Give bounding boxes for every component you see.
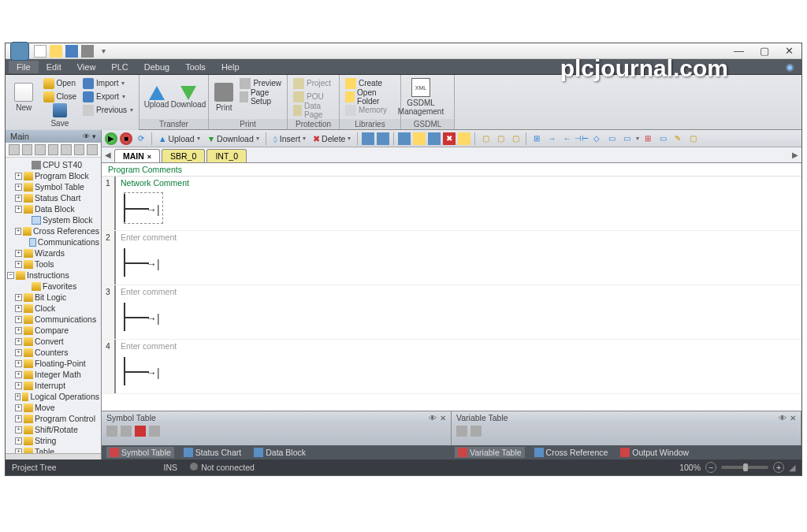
tool-icon-3[interactable] bbox=[398, 132, 411, 145]
vt-tool-2[interactable] bbox=[470, 426, 482, 437]
tree-item[interactable]: +Convert bbox=[6, 336, 101, 347]
tree-item[interactable]: +Clock bbox=[6, 303, 101, 314]
st-tool-3[interactable] bbox=[135, 426, 146, 437]
tree-item[interactable]: +Interrupt bbox=[6, 380, 101, 391]
tool-icon-21[interactable]: ▢ bbox=[686, 132, 699, 145]
tree-item[interactable]: +Program Control bbox=[6, 413, 101, 424]
upload-button[interactable]: Upload bbox=[143, 76, 170, 117]
tree-item[interactable]: +Integer Math bbox=[6, 369, 101, 380]
sidebar-tool-1[interactable] bbox=[9, 144, 20, 155]
tree-scrollbar[interactable] bbox=[6, 453, 101, 459]
tree-item[interactable]: +Floating-Point bbox=[6, 358, 101, 369]
st-tool-1[interactable] bbox=[106, 426, 117, 437]
tool-icon-4[interactable] bbox=[413, 132, 426, 145]
previous-button[interactable]: Previous▾ bbox=[80, 103, 136, 117]
tab-output-window[interactable]: Output Window bbox=[617, 447, 692, 458]
tree-item[interactable]: +Tools bbox=[6, 259, 101, 270]
tool-icon-5[interactable] bbox=[428, 132, 441, 145]
tree-item[interactable]: +Data Block bbox=[6, 203, 101, 214]
tool-icon-20[interactable]: ✎ bbox=[671, 132, 684, 145]
menu-view[interactable]: View bbox=[69, 61, 104, 73]
qat-open-icon[interactable] bbox=[50, 45, 62, 58]
sidebar-tool-6[interactable] bbox=[74, 144, 85, 155]
editor-tab[interactable]: MAIN× bbox=[114, 149, 160, 162]
tree-item[interactable]: +Table bbox=[6, 446, 101, 453]
tool-icon-17[interactable]: ▭ bbox=[620, 132, 633, 145]
panel-close-icon[interactable]: ✕ bbox=[790, 414, 796, 422]
import-button[interactable]: Import▾ bbox=[80, 76, 136, 90]
tree-item[interactable]: +String bbox=[6, 435, 101, 446]
tree-item[interactable]: −Instructions bbox=[6, 270, 101, 281]
program-comments[interactable]: Program Comments bbox=[102, 163, 801, 177]
tree-item[interactable]: +Compare bbox=[6, 325, 101, 336]
menu-debug[interactable]: Debug bbox=[136, 61, 177, 73]
qat-print-icon[interactable] bbox=[81, 45, 94, 58]
minimize-button[interactable]: — bbox=[731, 45, 747, 57]
sidebar-tool-2[interactable] bbox=[22, 144, 33, 155]
pin-icon[interactable]: 👁 bbox=[429, 414, 437, 422]
export-button[interactable]: Export▾ bbox=[80, 90, 136, 103]
new-button[interactable]: New bbox=[9, 76, 39, 117]
protection-project-button[interactable]: Project bbox=[291, 76, 336, 90]
protection-datapage-button[interactable]: Data Page bbox=[291, 103, 336, 117]
tool-download[interactable]: ▼Download▾ bbox=[205, 134, 262, 143]
stop-button[interactable]: ■ bbox=[120, 132, 132, 145]
lib-openfolder-button[interactable]: Open Folder bbox=[343, 90, 397, 103]
tool-icon-1[interactable] bbox=[362, 132, 374, 145]
tool-icon-2[interactable] bbox=[377, 132, 389, 145]
tool-icon-19[interactable]: ▭ bbox=[656, 132, 669, 145]
qat-save-icon[interactable] bbox=[65, 45, 78, 58]
lib-memory-button[interactable]: Memory bbox=[343, 103, 397, 117]
tree-item[interactable]: +Communications bbox=[6, 314, 101, 325]
tree-item[interactable]: +Symbol Table bbox=[6, 181, 101, 192]
tab-variable-table[interactable]: Variable Table bbox=[455, 447, 525, 458]
sidebar-tool-4[interactable] bbox=[48, 144, 59, 155]
pagesetup-button[interactable]: Page Setup bbox=[237, 90, 284, 103]
menu-edit[interactable]: Edit bbox=[39, 61, 69, 73]
vt-tool-1[interactable] bbox=[456, 426, 467, 437]
tool-insert[interactable]: ⎀Insert▾ bbox=[270, 134, 308, 143]
qat-dropdown-icon[interactable]: ▾ bbox=[97, 45, 110, 58]
save-button[interactable]: Save bbox=[41, 103, 80, 128]
tool-upload[interactable]: ▲Upload▾ bbox=[156, 134, 203, 143]
sidebar-tool-7[interactable] bbox=[87, 144, 98, 155]
tool-icon-15[interactable]: ◇ bbox=[590, 132, 603, 145]
help-icon[interactable]: ◉ bbox=[786, 61, 798, 73]
tree-item[interactable]: +Bit Logic bbox=[6, 292, 101, 303]
qat-new-icon[interactable] bbox=[34, 45, 46, 58]
tab-symbol-table[interactable]: Symbol Table bbox=[106, 447, 174, 458]
zoom-slider[interactable] bbox=[721, 466, 768, 469]
tree-item[interactable]: Communications bbox=[6, 236, 101, 247]
menu-tools[interactable]: Tools bbox=[177, 61, 214, 73]
download-button[interactable]: Download bbox=[172, 76, 205, 117]
sidebar-tool-3[interactable] bbox=[35, 144, 46, 155]
network[interactable]: 1Network Comment→| bbox=[102, 177, 801, 231]
zoom-in-button[interactable]: + bbox=[773, 462, 784, 473]
project-tree[interactable]: CPU ST40+Program Block+Symbol Table+Stat… bbox=[6, 158, 101, 453]
tool-icon-16[interactable]: ▭ bbox=[605, 132, 618, 145]
tool-icon-14[interactable]: ⊣⊢ bbox=[575, 132, 588, 145]
panel-close-icon[interactable]: ✕ bbox=[440, 414, 446, 422]
tool-delete[interactable]: ✖Delete▾ bbox=[311, 134, 353, 143]
tool-icon-7[interactable] bbox=[458, 132, 470, 145]
tool-icon-6[interactable]: ✖ bbox=[443, 132, 456, 145]
tree-item[interactable]: +Program Block bbox=[6, 170, 101, 181]
editor-tab[interactable]: SBR_0 bbox=[162, 149, 205, 162]
print-button[interactable]: Print bbox=[212, 76, 236, 117]
tool-icon-13[interactable]: ← bbox=[560, 132, 573, 145]
open-button[interactable]: Open bbox=[41, 76, 80, 90]
tree-item[interactable]: +Shift/Rotate bbox=[6, 424, 101, 435]
tree-item[interactable]: +Logical Operations bbox=[6, 391, 101, 402]
gsdml-button[interactable]: XMLGSDML Management bbox=[404, 76, 437, 117]
network[interactable]: 2Enter comment→| bbox=[102, 231, 801, 285]
tab-scroll-right[interactable]: ▶ bbox=[792, 151, 798, 159]
compile-button[interactable]: ⟳ bbox=[135, 132, 147, 145]
menu-help[interactable]: Help bbox=[214, 61, 247, 73]
tool-icon-10[interactable]: ▢ bbox=[509, 132, 522, 145]
tree-item[interactable]: System Block bbox=[6, 214, 101, 225]
menu-plc[interactable]: PLC bbox=[103, 61, 136, 73]
maximize-button[interactable]: ▢ bbox=[757, 45, 772, 57]
tool-icon-11[interactable]: ⊞ bbox=[530, 132, 543, 145]
app-icon[interactable] bbox=[10, 42, 29, 61]
sidebar-tool-5[interactable] bbox=[61, 144, 72, 155]
